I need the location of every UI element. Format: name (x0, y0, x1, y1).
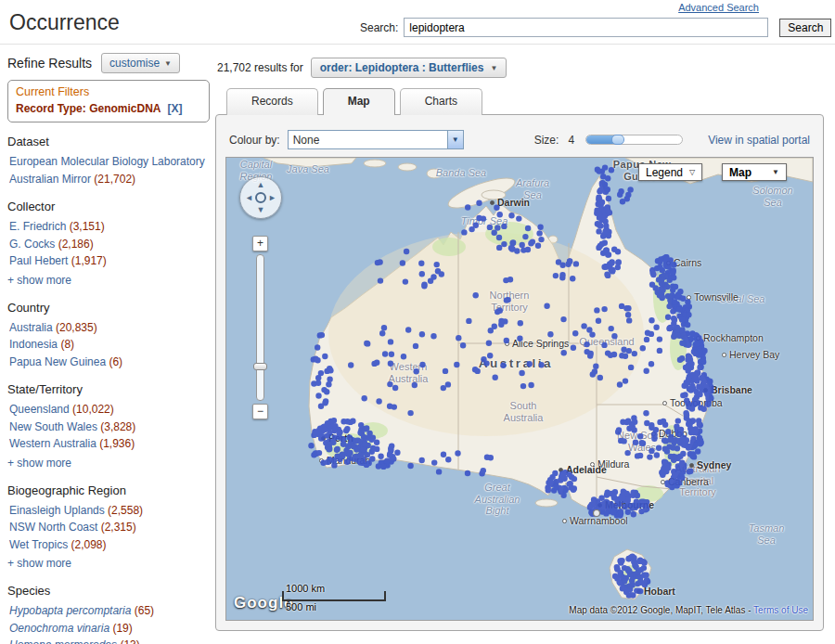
tab-map[interactable]: Map (323, 88, 395, 115)
show-more-link[interactable]: + show more (7, 455, 215, 471)
map-type-button[interactable]: Map ▼ (722, 163, 787, 181)
facet-link[interactable]: Hypobapta percomptaria (9, 604, 131, 617)
size-slider[interactable] (585, 135, 683, 145)
scale-bar (282, 594, 386, 601)
map-scale: 1000 km 500 mi (282, 583, 386, 612)
show-more-link[interactable]: + show more (7, 272, 215, 289)
facet-link[interactable]: Paul Hebert (9, 254, 68, 267)
facet-count: (2,186) (55, 238, 93, 251)
facet-list: European Molecular Biology Laboratory Au… (7, 153, 215, 187)
facet-section-title: Collector (7, 200, 215, 213)
facet-section-title: Country (7, 301, 215, 315)
facet-item[interactable]: Paul Hebert (1,917) (7, 252, 215, 270)
facet-item[interactable]: European Molecular Biology Laboratory Au… (7, 153, 215, 187)
facet-link[interactable]: Queensland (9, 403, 70, 416)
facet-section-title: Species (7, 584, 215, 598)
facet-link[interactable]: Australia (9, 321, 53, 334)
pan-center-icon[interactable] (255, 192, 266, 203)
facet-section: Biogeographic Region Einasleigh Uplands … (7, 483, 215, 573)
facet-count: (20,835) (53, 321, 97, 334)
facet-item[interactable]: Indonesia (8) (7, 336, 215, 354)
facet-link[interactable]: E. Friedrich (9, 220, 66, 233)
facet-item[interactable]: New South Wales (3,828) (7, 419, 215, 436)
spatial-portal-link[interactable]: View in spatial portal (708, 134, 810, 147)
colour-by-select[interactable]: None ▼ (288, 130, 464, 149)
map-tab-panel: Colour by: None ▼ Size: 4 View in spatia… (215, 114, 824, 631)
remove-filter-link[interactable]: [X] (167, 102, 182, 115)
facet-count: (3,828) (97, 420, 135, 433)
facet-item[interactable]: Queensland (10,022) (7, 401, 215, 419)
slider-handle[interactable] (611, 135, 624, 145)
facet-item[interactable]: Wet Tropics (2,098) (7, 536, 215, 554)
facet-item[interactable]: E. Friedrich (3,151) (7, 218, 215, 236)
facet-link[interactable]: Wet Tropics (9, 538, 68, 551)
facet-link[interactable]: G. Cocks (9, 238, 55, 251)
facet-item[interactable]: Papua New Guinea (6) (7, 354, 215, 371)
facet-count: (1,936) (96, 437, 135, 450)
chevron-down-icon: ▼ (490, 64, 497, 72)
facet-item[interactable]: Australia (20,835) (7, 319, 215, 337)
scale-mi-label: 500 mi (286, 601, 386, 612)
facet-section-title: Dataset (7, 135, 215, 148)
pan-control[interactable]: ▲ ▼ ◄ ► (239, 176, 282, 219)
pan-right-icon[interactable]: ► (268, 194, 276, 202)
facet-link[interactable]: Homona mermerodes (9, 638, 117, 644)
zoom-handle[interactable] (253, 363, 267, 370)
facet-count: (2,098) (68, 538, 106, 551)
facet-list: Einasleigh Uplands (2,558)NSW North Coas… (7, 502, 215, 573)
facet-item[interactable]: NSW North Coast (2,315) (7, 519, 215, 536)
facet-link[interactable]: NSW North Coast (9, 521, 97, 534)
view-tabs: Records Map Charts (226, 88, 826, 114)
facet-list: Queensland (10,022)New South Wales (3,82… (7, 401, 215, 471)
facet-item[interactable]: Western Australia (1,936) (7, 435, 215, 453)
map-canvas[interactable]: Capital RegionJava SeaBanda SeaArafura S… (225, 157, 814, 621)
facet-list: E. Friedrich (3,151)G. Cocks (2,186)Paul… (7, 218, 215, 289)
facet-sections: Dataset European Molecular Biology Labor… (7, 135, 215, 644)
taxon-filter-label: order: Lepidoptera : Butterflies (320, 61, 484, 74)
facet-link[interactable]: New South Wales (9, 420, 97, 433)
chevron-down-icon: ▼ (164, 59, 172, 68)
facet-count: (3,151) (66, 220, 104, 233)
legend-button[interactable]: Legend ▽ (638, 163, 702, 181)
current-filters-box: Current Filters Record Type: GenomicDNA … (7, 80, 210, 122)
facet-item[interactable]: Homona mermerodes (13) (7, 637, 215, 644)
facet-section: State/Territory Queensland (10,022)New S… (7, 382, 215, 471)
zoom-track[interactable] (256, 254, 264, 401)
scale-km-label: 1000 km (286, 583, 386, 594)
legend-arrow-icon: ▽ (689, 168, 695, 176)
facet-item[interactable]: Einasleigh Uplands (2,558) (7, 502, 215, 520)
customise-button[interactable]: customise ▼ (101, 53, 180, 73)
pan-down-icon[interactable]: ▼ (257, 206, 265, 214)
pan-up-icon[interactable]: ▲ (257, 181, 265, 189)
facet-link[interactable]: Oenochroma vinaria (9, 622, 109, 635)
facet-item[interactable]: Hypobapta percomptaria (65) (7, 602, 215, 620)
facet-section: Collector E. Friedrich (3,151)G. Cocks (… (7, 200, 215, 289)
facet-item[interactable]: G. Cocks (2,186) (7, 236, 215, 253)
advanced-search-link[interactable]: Advanced Search (678, 2, 759, 13)
current-filter: Record Type: GenomicDNA [X] (16, 102, 201, 115)
search-input[interactable] (404, 18, 768, 37)
map-type-label: Map (729, 166, 752, 179)
pan-left-icon[interactable]: ◄ (245, 194, 253, 202)
map-attribution: Map data ©2012 Google, MapIT, Tele Atlas… (569, 605, 808, 615)
facet-list: Australia (20,835)Indonesia (8)Papua New… (7, 319, 215, 371)
select-arrow-icon[interactable]: ▼ (447, 131, 463, 148)
facet-section-title: Biogeographic Region (7, 483, 215, 497)
search-label: Search: (360, 21, 398, 34)
colour-by-label: Colour by: (229, 134, 280, 147)
terms-of-use-link[interactable]: Terms of Use (753, 605, 808, 615)
zoom-out-button[interactable]: − (252, 404, 268, 419)
zoom-control[interactable]: + − (252, 236, 268, 419)
taxon-filter-button[interactable]: order: Lepidoptera : Butterflies ▼ (311, 58, 507, 78)
facet-link[interactable]: Indonesia (9, 338, 58, 351)
facet-item[interactable]: Oenochroma vinaria (19) (7, 620, 215, 638)
zoom-in-button[interactable]: + (252, 236, 268, 251)
tab-records[interactable]: Records (226, 88, 318, 115)
facet-link[interactable]: Papua New Guinea (9, 355, 106, 368)
facet-link[interactable]: Western Australia (9, 437, 96, 450)
attribution-text: Map data ©2012 Google, MapIT, Tele Atlas… (569, 605, 751, 615)
search-button[interactable]: Search (779, 19, 831, 37)
tab-charts[interactable]: Charts (400, 88, 482, 115)
show-more-link[interactable]: + show more (7, 555, 215, 572)
facet-link[interactable]: Einasleigh Uplands (9, 504, 105, 517)
